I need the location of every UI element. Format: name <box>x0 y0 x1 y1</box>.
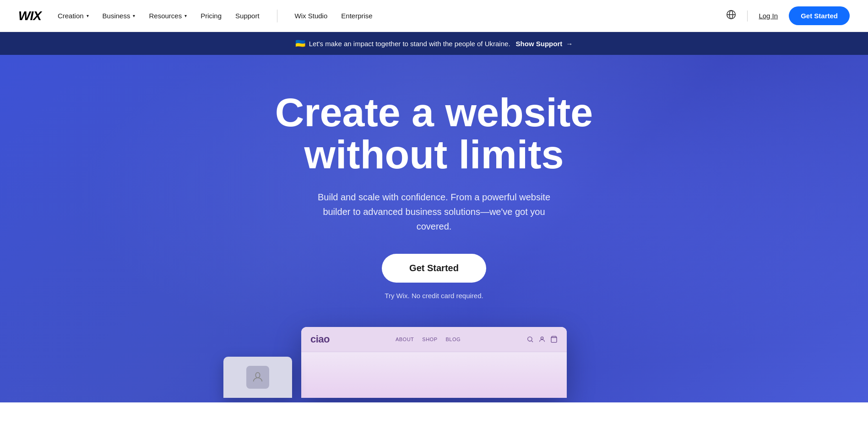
hero-title-line1: Create a website <box>275 90 593 135</box>
nav-item-pricing[interactable]: Pricing <box>201 12 222 20</box>
chevron-down-icon: ▾ <box>184 13 187 18</box>
mockup-nav-shop: SHOP <box>422 337 437 342</box>
announcement-banner: 🇺🇦 Let's make an impact together to stan… <box>0 32 868 55</box>
nav-item-support[interactable]: Support <box>235 12 260 20</box>
mockup-nav-about: ABOUT <box>396 337 414 342</box>
user-icon <box>538 336 546 343</box>
search-icon <box>526 336 534 343</box>
mockup-small-left <box>223 357 292 398</box>
navbar-left: WIX Creation ▾ Business ▾ Resources ▾ Pr… <box>18 9 373 23</box>
mockup-icons <box>526 336 558 343</box>
wix-logo[interactable]: WIX <box>18 9 41 23</box>
mockup-browser-bar: ciao ABOUT SHOP BLOG <box>301 327 567 352</box>
hero-subtitle: Build and scale with confidence. From a … <box>306 190 562 234</box>
show-support-link[interactable]: Show Support <box>516 40 563 48</box>
nav-item-creation[interactable]: Creation ▾ <box>58 12 89 20</box>
divider-right <box>747 11 748 21</box>
cart-icon <box>550 336 558 343</box>
mockup-browser: ciao ABOUT SHOP BLOG <box>301 327 567 398</box>
hero-section: Create a website without limits Build an… <box>0 55 868 402</box>
navbar: WIX Creation ▾ Business ▾ Resources ▾ Pr… <box>0 0 868 32</box>
nav-links: Creation ▾ Business ▾ Resources ▾ Pricin… <box>58 10 373 22</box>
hero-no-cc-text: Try Wix. No credit card required. <box>385 292 483 300</box>
nav-divider <box>277 10 277 22</box>
hero-mockup-container: ciao ABOUT SHOP BLOG <box>288 327 580 398</box>
chevron-down-icon: ▾ <box>133 13 135 18</box>
svg-point-6 <box>541 337 543 339</box>
announcement-arrow: → <box>566 40 573 48</box>
hero-title-line2: without limits <box>304 132 564 177</box>
mockup-nav-blog: BLOG <box>446 337 461 342</box>
get-started-button-hero[interactable]: Get Started <box>382 254 486 283</box>
announcement-text: Let's make an impact together to stand w… <box>309 40 510 48</box>
svg-point-4 <box>528 337 532 341</box>
mockup-brand-name: ciao <box>310 333 330 345</box>
login-link[interactable]: Log In <box>759 12 778 20</box>
nav-item-business[interactable]: Business ▾ <box>103 12 136 20</box>
get-started-button-nav[interactable]: Get Started <box>789 6 850 25</box>
hero-title: Create a website without limits <box>275 91 593 176</box>
globe-icon[interactable] <box>726 10 736 22</box>
nav-item-enterprise[interactable]: Enterprise <box>341 12 372 20</box>
mockup-small-icon <box>246 366 269 389</box>
nav-item-resources[interactable]: Resources ▾ <box>149 12 187 20</box>
svg-line-5 <box>532 341 533 342</box>
mockup-nav: ABOUT SHOP BLOG <box>396 337 461 342</box>
svg-point-3 <box>255 372 260 378</box>
chevron-down-icon: ▾ <box>87 13 89 18</box>
ukraine-flag-emoji: 🇺🇦 <box>295 38 305 48</box>
nav-item-wix-studio[interactable]: Wix Studio <box>295 12 328 20</box>
navbar-right: Log In Get Started <box>726 6 850 25</box>
mockup-content <box>301 352 567 398</box>
